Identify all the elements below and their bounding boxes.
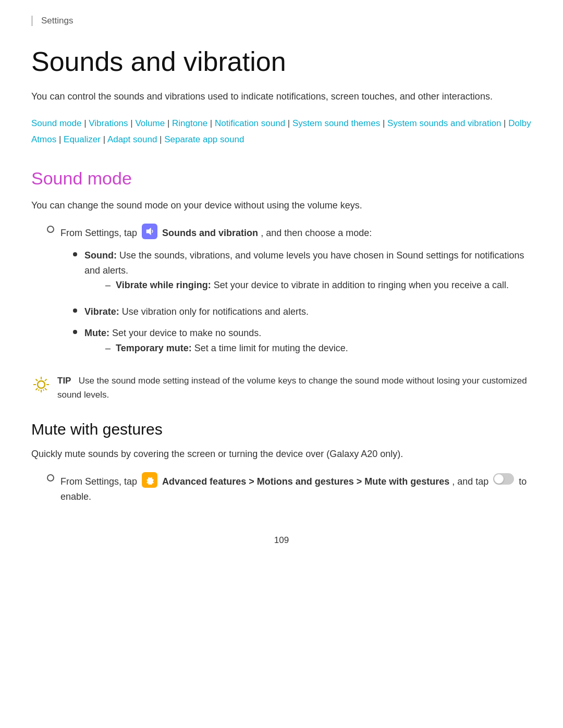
sound-mode-desc: You can change the sound mode on your de… — [31, 198, 532, 213]
page-title: Sounds and vibration — [31, 47, 532, 77]
page-number: 109 — [31, 535, 532, 546]
dot-bullet-vibrate — [73, 309, 77, 313]
mute-gestures-title: Mute with gestures — [31, 421, 532, 438]
tip-text: TIP Use the sound mode setting instead o… — [57, 374, 532, 402]
sound-mode-bullet-list: Sound: Use the sounds, vibrations, and v… — [73, 248, 532, 361]
mute-gestures-desc: Quickly mute sounds by covering the scre… — [31, 447, 532, 462]
dot-bullet-sound — [73, 252, 77, 256]
temporary-mute-dash-list: – Temporary mute: Set a time limit for m… — [105, 341, 348, 356]
nav-link-adapt-sound[interactable]: Adapt sound — [107, 134, 157, 144]
tip-body: Use the sound mode setting instead of th… — [57, 376, 527, 400]
svg-line-10 — [39, 389, 39, 391]
nav-links: Sound mode | Vibrations | Volume | Ringt… — [31, 116, 532, 147]
svg-point-1 — [38, 381, 45, 388]
tip-label: TIP — [57, 376, 71, 386]
bullet-vibrate: Vibrate: Use vibration only for notifica… — [73, 304, 532, 319]
dash-item-temp-mute: – Temporary mute: Set a time limit for m… — [105, 341, 348, 356]
from-settings-prefix: From Settings, tap — [60, 228, 137, 238]
sound-icon — [142, 224, 157, 239]
svg-marker-0 — [146, 228, 151, 235]
breadcrumb: Settings — [31, 16, 532, 26]
mute-from-settings-bold: Advanced features > Motions and gestures… — [162, 476, 449, 487]
nav-link-volume[interactable]: Volume — [135, 118, 165, 128]
tip-box: TIP Use the sound mode setting instead o… — [31, 374, 532, 402]
page-container: Settings Sounds and vibration You can co… — [0, 0, 563, 728]
circle-bullet-icon — [47, 226, 54, 233]
tip-icon — [31, 375, 51, 394]
nav-link-sound-mode[interactable]: Sound mode — [31, 118, 81, 128]
bullet-mute: Mute: Set your device to make no sounds.… — [73, 326, 532, 361]
toggle-icon — [493, 473, 514, 485]
nav-link-system-sound-themes[interactable]: System sound themes — [292, 118, 380, 128]
sound-mode-from-settings: From Settings, tap Sounds and vibration … — [47, 224, 532, 361]
svg-line-7 — [45, 388, 47, 390]
nav-link-system-sounds-vibration[interactable]: System sounds and vibration — [387, 118, 501, 128]
dash-item-vibrate-ringing: – Vibrate while ringing: Set your device… — [105, 278, 532, 293]
dot-bullet-mute — [73, 330, 77, 334]
toggle-knob — [494, 474, 504, 484]
intro-text: You can control the sounds and vibration… — [31, 89, 532, 104]
mute-from-settings-prefix: From Settings, tap — [60, 476, 137, 487]
svg-line-9 — [36, 388, 38, 390]
svg-line-6 — [36, 379, 38, 381]
bullet-sound: Sound: Use the sounds, vibrations, and v… — [73, 248, 532, 298]
circle-bullet-mute-icon — [47, 474, 54, 482]
nav-link-vibrations[interactable]: Vibrations — [89, 118, 128, 128]
sound-mode-outer-item: From Settings, tap Sounds and vibration … — [47, 224, 532, 241]
nav-link-equalizer[interactable]: Equalizer — [64, 134, 101, 144]
nav-link-notification-sound[interactable]: Notification sound — [215, 118, 285, 128]
sound-mode-title: Sound mode — [31, 168, 532, 189]
mute-gestures-from-settings: From Settings, tap Advanced features > M… — [47, 472, 532, 504]
svg-line-11 — [43, 389, 44, 391]
vibrate-while-ringing-dash-list: – Vibrate while ringing: Set your device… — [105, 278, 532, 293]
from-settings-suffix: , and then choose a mode: — [261, 228, 372, 238]
gear-icon — [142, 472, 157, 488]
nav-link-ringtone[interactable]: Ringtone — [172, 118, 207, 128]
mute-gestures-outer-item: From Settings, tap Advanced features > M… — [47, 472, 532, 504]
from-settings-app-name: Sounds and vibration — [162, 228, 258, 238]
mute-from-settings-suffix: , and tap — [452, 476, 488, 487]
svg-line-8 — [45, 379, 47, 381]
nav-link-separate-app-sound[interactable]: Separate app sound — [164, 134, 244, 144]
